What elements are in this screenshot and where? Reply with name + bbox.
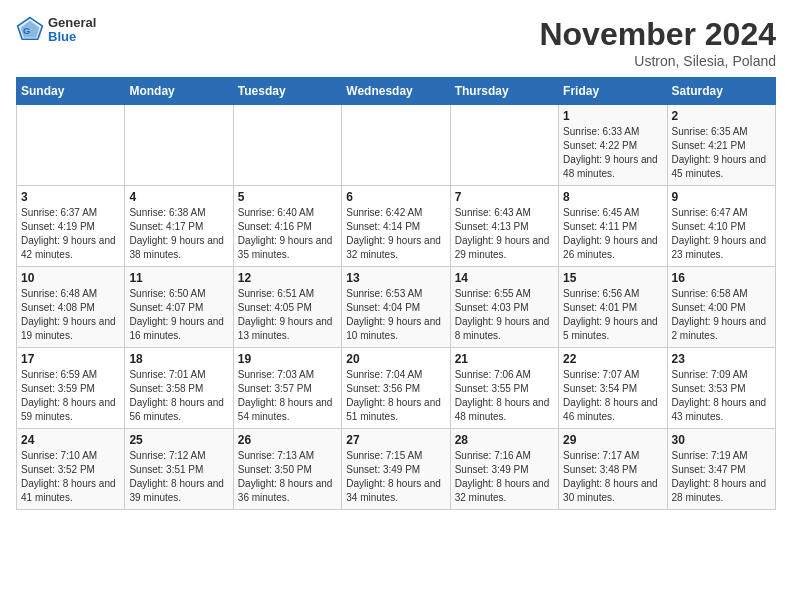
calendar-cell bbox=[450, 105, 558, 186]
weekday-header: Wednesday bbox=[342, 78, 450, 105]
calendar-week-row: 24Sunrise: 7:10 AMSunset: 3:52 PMDayligh… bbox=[17, 429, 776, 510]
day-info: Sunrise: 6:55 AMSunset: 4:03 PMDaylight:… bbox=[455, 287, 554, 343]
day-number: 27 bbox=[346, 433, 445, 447]
day-info: Sunrise: 6:47 AMSunset: 4:10 PMDaylight:… bbox=[672, 206, 771, 262]
calendar-cell bbox=[342, 105, 450, 186]
day-number: 14 bbox=[455, 271, 554, 285]
day-info: Sunrise: 6:53 AMSunset: 4:04 PMDaylight:… bbox=[346, 287, 445, 343]
day-info: Sunrise: 7:06 AMSunset: 3:55 PMDaylight:… bbox=[455, 368, 554, 424]
day-number: 13 bbox=[346, 271, 445, 285]
day-info: Sunrise: 6:56 AMSunset: 4:01 PMDaylight:… bbox=[563, 287, 662, 343]
calendar-table: SundayMondayTuesdayWednesdayThursdayFrid… bbox=[16, 77, 776, 510]
day-info: Sunrise: 7:13 AMSunset: 3:50 PMDaylight:… bbox=[238, 449, 337, 505]
weekday-header: Saturday bbox=[667, 78, 775, 105]
title-area: November 2024 Ustron, Silesia, Poland bbox=[539, 16, 776, 69]
day-number: 29 bbox=[563, 433, 662, 447]
day-info: Sunrise: 6:58 AMSunset: 4:00 PMDaylight:… bbox=[672, 287, 771, 343]
day-number: 23 bbox=[672, 352, 771, 366]
calendar-cell: 1Sunrise: 6:33 AMSunset: 4:22 PMDaylight… bbox=[559, 105, 667, 186]
day-info: Sunrise: 7:17 AMSunset: 3:48 PMDaylight:… bbox=[563, 449, 662, 505]
day-number: 2 bbox=[672, 109, 771, 123]
logo-general: General bbox=[48, 16, 96, 30]
day-info: Sunrise: 7:03 AMSunset: 3:57 PMDaylight:… bbox=[238, 368, 337, 424]
day-number: 4 bbox=[129, 190, 228, 204]
weekday-header: Friday bbox=[559, 78, 667, 105]
day-number: 19 bbox=[238, 352, 337, 366]
calendar-week-row: 10Sunrise: 6:48 AMSunset: 4:08 PMDayligh… bbox=[17, 267, 776, 348]
day-info: Sunrise: 6:42 AMSunset: 4:14 PMDaylight:… bbox=[346, 206, 445, 262]
calendar-week-row: 1Sunrise: 6:33 AMSunset: 4:22 PMDaylight… bbox=[17, 105, 776, 186]
calendar-cell: 27Sunrise: 7:15 AMSunset: 3:49 PMDayligh… bbox=[342, 429, 450, 510]
day-info: Sunrise: 7:07 AMSunset: 3:54 PMDaylight:… bbox=[563, 368, 662, 424]
calendar-body: 1Sunrise: 6:33 AMSunset: 4:22 PMDaylight… bbox=[17, 105, 776, 510]
calendar-cell: 29Sunrise: 7:17 AMSunset: 3:48 PMDayligh… bbox=[559, 429, 667, 510]
day-number: 5 bbox=[238, 190, 337, 204]
calendar-cell: 15Sunrise: 6:56 AMSunset: 4:01 PMDayligh… bbox=[559, 267, 667, 348]
day-info: Sunrise: 6:45 AMSunset: 4:11 PMDaylight:… bbox=[563, 206, 662, 262]
day-info: Sunrise: 7:19 AMSunset: 3:47 PMDaylight:… bbox=[672, 449, 771, 505]
calendar-cell: 2Sunrise: 6:35 AMSunset: 4:21 PMDaylight… bbox=[667, 105, 775, 186]
calendar-cell: 17Sunrise: 6:59 AMSunset: 3:59 PMDayligh… bbox=[17, 348, 125, 429]
day-number: 25 bbox=[129, 433, 228, 447]
day-info: Sunrise: 7:16 AMSunset: 3:49 PMDaylight:… bbox=[455, 449, 554, 505]
calendar-cell: 8Sunrise: 6:45 AMSunset: 4:11 PMDaylight… bbox=[559, 186, 667, 267]
calendar-cell: 9Sunrise: 6:47 AMSunset: 4:10 PMDaylight… bbox=[667, 186, 775, 267]
day-number: 30 bbox=[672, 433, 771, 447]
day-number: 15 bbox=[563, 271, 662, 285]
location: Ustron, Silesia, Poland bbox=[539, 53, 776, 69]
day-number: 28 bbox=[455, 433, 554, 447]
calendar-cell: 19Sunrise: 7:03 AMSunset: 3:57 PMDayligh… bbox=[233, 348, 341, 429]
day-number: 22 bbox=[563, 352, 662, 366]
calendar-cell bbox=[233, 105, 341, 186]
calendar-cell: 10Sunrise: 6:48 AMSunset: 4:08 PMDayligh… bbox=[17, 267, 125, 348]
calendar-header: SundayMondayTuesdayWednesdayThursdayFrid… bbox=[17, 78, 776, 105]
day-info: Sunrise: 7:10 AMSunset: 3:52 PMDaylight:… bbox=[21, 449, 120, 505]
calendar-cell bbox=[17, 105, 125, 186]
day-info: Sunrise: 6:33 AMSunset: 4:22 PMDaylight:… bbox=[563, 125, 662, 181]
calendar-cell: 14Sunrise: 6:55 AMSunset: 4:03 PMDayligh… bbox=[450, 267, 558, 348]
logo: G General Blue bbox=[16, 16, 96, 45]
calendar-cell: 21Sunrise: 7:06 AMSunset: 3:55 PMDayligh… bbox=[450, 348, 558, 429]
weekday-header: Sunday bbox=[17, 78, 125, 105]
day-number: 18 bbox=[129, 352, 228, 366]
weekday-header: Tuesday bbox=[233, 78, 341, 105]
day-number: 7 bbox=[455, 190, 554, 204]
calendar-cell: 4Sunrise: 6:38 AMSunset: 4:17 PMDaylight… bbox=[125, 186, 233, 267]
logo-text: General Blue bbox=[48, 16, 96, 45]
calendar-cell: 13Sunrise: 6:53 AMSunset: 4:04 PMDayligh… bbox=[342, 267, 450, 348]
page-header: G General Blue November 2024 Ustron, Sil… bbox=[16, 16, 776, 69]
calendar-cell: 3Sunrise: 6:37 AMSunset: 4:19 PMDaylight… bbox=[17, 186, 125, 267]
day-info: Sunrise: 6:40 AMSunset: 4:16 PMDaylight:… bbox=[238, 206, 337, 262]
day-info: Sunrise: 6:38 AMSunset: 4:17 PMDaylight:… bbox=[129, 206, 228, 262]
day-number: 1 bbox=[563, 109, 662, 123]
calendar-cell: 24Sunrise: 7:10 AMSunset: 3:52 PMDayligh… bbox=[17, 429, 125, 510]
calendar-cell: 26Sunrise: 7:13 AMSunset: 3:50 PMDayligh… bbox=[233, 429, 341, 510]
calendar-cell: 23Sunrise: 7:09 AMSunset: 3:53 PMDayligh… bbox=[667, 348, 775, 429]
day-info: Sunrise: 6:59 AMSunset: 3:59 PMDaylight:… bbox=[21, 368, 120, 424]
day-info: Sunrise: 7:01 AMSunset: 3:58 PMDaylight:… bbox=[129, 368, 228, 424]
day-info: Sunrise: 6:50 AMSunset: 4:07 PMDaylight:… bbox=[129, 287, 228, 343]
day-number: 11 bbox=[129, 271, 228, 285]
calendar-cell: 25Sunrise: 7:12 AMSunset: 3:51 PMDayligh… bbox=[125, 429, 233, 510]
logo-blue: Blue bbox=[48, 30, 96, 44]
calendar-cell: 12Sunrise: 6:51 AMSunset: 4:05 PMDayligh… bbox=[233, 267, 341, 348]
day-info: Sunrise: 6:35 AMSunset: 4:21 PMDaylight:… bbox=[672, 125, 771, 181]
day-number: 24 bbox=[21, 433, 120, 447]
day-info: Sunrise: 6:48 AMSunset: 4:08 PMDaylight:… bbox=[21, 287, 120, 343]
weekday-row: SundayMondayTuesdayWednesdayThursdayFrid… bbox=[17, 78, 776, 105]
day-number: 3 bbox=[21, 190, 120, 204]
day-info: Sunrise: 6:43 AMSunset: 4:13 PMDaylight:… bbox=[455, 206, 554, 262]
calendar-week-row: 3Sunrise: 6:37 AMSunset: 4:19 PMDaylight… bbox=[17, 186, 776, 267]
calendar-cell: 6Sunrise: 6:42 AMSunset: 4:14 PMDaylight… bbox=[342, 186, 450, 267]
calendar-week-row: 17Sunrise: 6:59 AMSunset: 3:59 PMDayligh… bbox=[17, 348, 776, 429]
calendar-cell: 28Sunrise: 7:16 AMSunset: 3:49 PMDayligh… bbox=[450, 429, 558, 510]
day-number: 8 bbox=[563, 190, 662, 204]
day-info: Sunrise: 6:51 AMSunset: 4:05 PMDaylight:… bbox=[238, 287, 337, 343]
calendar-cell: 30Sunrise: 7:19 AMSunset: 3:47 PMDayligh… bbox=[667, 429, 775, 510]
logo-icon: G bbox=[16, 16, 44, 44]
calendar-cell: 20Sunrise: 7:04 AMSunset: 3:56 PMDayligh… bbox=[342, 348, 450, 429]
day-number: 6 bbox=[346, 190, 445, 204]
day-number: 20 bbox=[346, 352, 445, 366]
day-info: Sunrise: 6:37 AMSunset: 4:19 PMDaylight:… bbox=[21, 206, 120, 262]
day-info: Sunrise: 7:12 AMSunset: 3:51 PMDaylight:… bbox=[129, 449, 228, 505]
